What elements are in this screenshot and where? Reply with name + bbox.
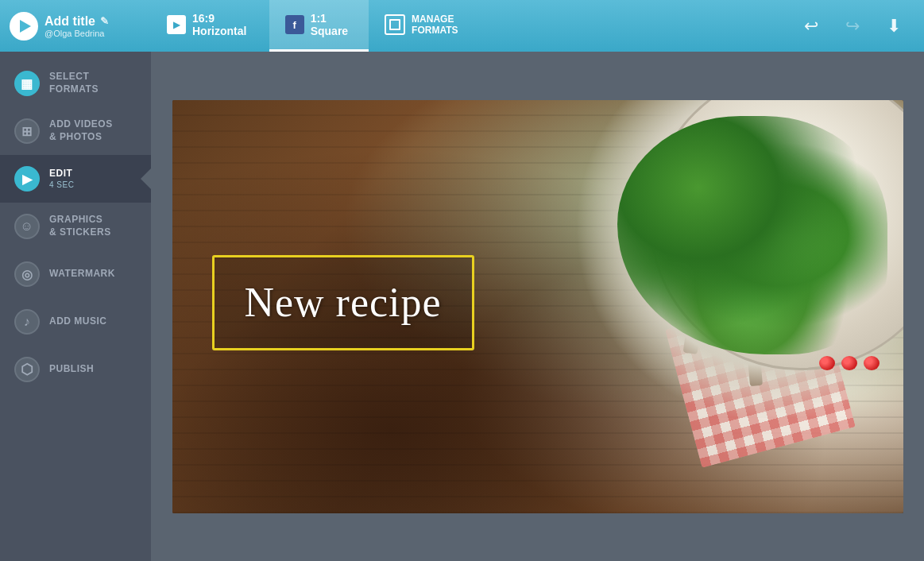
facebook-icon: f <box>285 15 304 34</box>
sidebar-label-edit: EDIT 4 sec <box>49 168 74 191</box>
main-area: ▦ SELECT FORMATS ⊞ ADD VIDEOS & PHOTOS ▶… <box>0 52 924 561</box>
canvas-area: New recipe <box>151 52 924 561</box>
tomato-1 <box>819 356 835 370</box>
select-formats-icon: ▦ <box>14 71 40 96</box>
sidebar-item-edit[interactable]: ▶ EDIT 4 sec <box>0 155 151 203</box>
sidebar-item-add-videos[interactable]: ⊞ ADD VIDEOS & PHOTOS <box>0 107 151 155</box>
publish-icon: ⬡ <box>14 357 40 382</box>
horizontal-icon: ▶ <box>167 15 186 34</box>
tab-square[interactable]: f 1:1 Square <box>269 0 369 52</box>
add-music-icon: ♪ <box>14 309 40 335</box>
tomato-3 <box>864 356 880 370</box>
watermark-icon: ◎ <box>14 261 40 287</box>
tab-square-icon-wrap: f <box>285 14 304 35</box>
sidebar-label-add-videos: ADD VIDEOS & PHOTOS <box>49 118 113 143</box>
download-button[interactable]: ⬇ <box>880 12 908 41</box>
sidebar-label-publish: PUBLISH <box>49 363 94 376</box>
brand-logo <box>10 12 38 41</box>
brand-title: Add title ✎ <box>44 14 109 29</box>
video-canvas[interactable]: New recipe <box>172 100 903 513</box>
text-overlay-box[interactable]: New recipe <box>212 255 474 350</box>
recipe-text[interactable]: New recipe <box>244 279 441 326</box>
sidebar-label-add-music: ADD MUSIC <box>49 315 107 328</box>
greens <box>617 116 887 354</box>
sidebar-item-add-music[interactable]: ♪ ADD MUSIC <box>0 298 151 346</box>
sidebar-item-select-formats[interactable]: ▦ SELECT FORMATS <box>0 60 151 107</box>
salad-area <box>570 100 903 418</box>
tab-manage-label: MANAGE FORMATS <box>412 14 458 37</box>
tab-square-label: 1:1 Square <box>311 12 353 37</box>
tomatoes <box>819 356 880 370</box>
sidebar-label-select-formats: SELECT FORMATS <box>49 71 99 95</box>
title-text[interactable]: Add title <box>44 14 95 29</box>
tab-manage-icon-wrap <box>385 14 405 35</box>
app-header: Add title ✎ @Olga Bedrina ▶ 16:9 Horizon… <box>0 0 924 52</box>
sidebar-item-graphics[interactable]: ☺ GRAPHICS & STICKERS <box>0 203 151 250</box>
graphics-icon: ☺ <box>14 214 40 239</box>
tomato-2 <box>841 356 857 370</box>
tab-horizontal-icon-wrap: ▶ <box>167 14 186 35</box>
brand-subtitle: @Olga Bedrina <box>44 29 109 38</box>
redo-button[interactable]: ↪ <box>838 12 867 41</box>
tab-manage-formats[interactable]: MANAGE FORMATS <box>369 0 474 52</box>
tab-horizontal-label: 16:9 Horizontal <box>192 12 253 37</box>
play-icon <box>20 20 31 33</box>
sidebar-item-publish[interactable]: ⬡ PUBLISH <box>0 346 151 393</box>
brand-text: Add title ✎ @Olga Bedrina <box>44 14 109 38</box>
header-actions: ↩ ↪ ⬇ <box>797 12 924 41</box>
manage-formats-icon <box>385 14 405 35</box>
undo-button[interactable]: ↩ <box>797 12 825 41</box>
tab-horizontal[interactable]: ▶ 16:9 Horizontal <box>151 0 269 52</box>
sidebar: ▦ SELECT FORMATS ⊞ ADD VIDEOS & PHOTOS ▶… <box>0 52 151 561</box>
sidebar-label-watermark: WATERMARK <box>49 268 115 280</box>
add-videos-icon: ⊞ <box>14 118 40 144</box>
format-tabs: ▶ 16:9 Horizontal f 1:1 Square MANAGE FO… <box>151 0 474 52</box>
sidebar-label-graphics: GRAPHICS & STICKERS <box>49 214 111 238</box>
edit-icon: ▶ <box>14 166 40 192</box>
brand-area: Add title ✎ @Olga Bedrina <box>0 12 151 41</box>
edit-title-icon[interactable]: ✎ <box>100 15 109 27</box>
sidebar-item-watermark[interactable]: ◎ WATERMARK <box>0 250 151 298</box>
